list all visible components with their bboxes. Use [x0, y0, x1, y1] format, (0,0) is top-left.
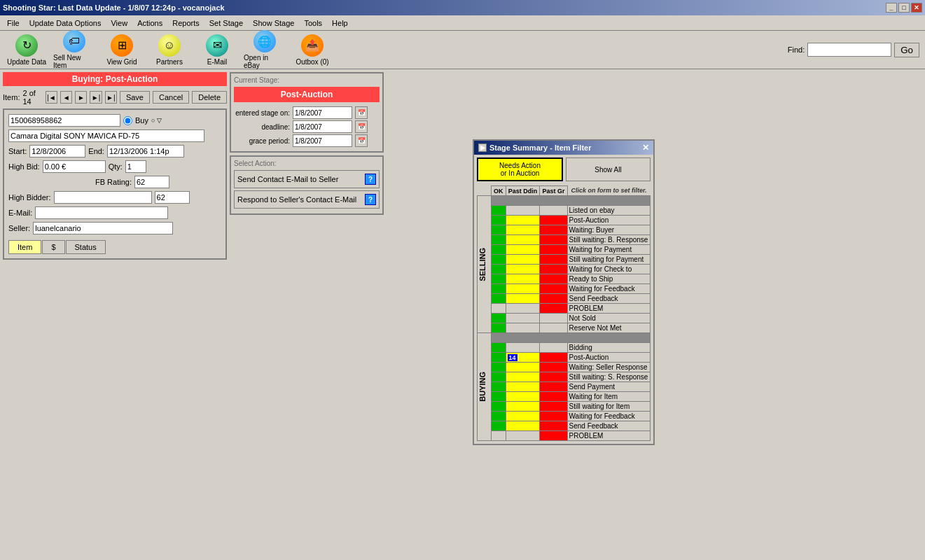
deadline-cal-button[interactable]: 📅 — [355, 120, 368, 133]
end-date-input[interactable] — [107, 145, 184, 158]
waiting-item-label[interactable]: Waiting for Item — [567, 392, 650, 402]
help-icon-1[interactable]: ? — [365, 174, 376, 185]
minimize-button[interactable]: _ — [886, 3, 897, 13]
stage-row-waiting-payment[interactable]: Waiting for Payment — [478, 245, 651, 255]
start-date-input[interactable] — [29, 145, 85, 158]
problem-sell-label[interactable]: PROBLEM — [567, 304, 650, 314]
outbox-button[interactable]: 📤 Outbox (0) — [291, 34, 333, 66]
tab-item[interactable]: Item — [8, 240, 41, 254]
stage-row-reserve-not-met[interactable]: Reserve Not Met — [478, 323, 651, 333]
buy-radio[interactable] — [123, 116, 132, 125]
stage-row-send-feedback-buy[interactable]: Send Feedback — [478, 421, 651, 431]
stage-row-send-feedback-sell[interactable]: Send Feedback — [478, 294, 651, 304]
waiting-seller-response-label[interactable]: Waiting: Seller Response — [567, 363, 650, 372]
send-payment-label[interactable]: Send Payment — [567, 382, 650, 392]
stage-row-still-waiting-s[interactable]: Still waiting: S. Response — [478, 372, 651, 382]
stage-row-listed-ebay[interactable]: Listed on ebay — [478, 206, 651, 216]
stage-row-waiting-item[interactable]: Waiting for Item — [478, 392, 651, 402]
prev-record-button[interactable]: ◄ — [60, 91, 72, 104]
delete-button[interactable]: Delete — [192, 91, 227, 104]
qty-input[interactable] — [125, 160, 146, 173]
stage-row-still-waiting-payment[interactable]: Still waiting for Payment — [478, 255, 651, 265]
waiting-feedback-sell-label[interactable]: Waiting for Feedback — [567, 284, 650, 294]
email-input[interactable] — [35, 206, 168, 219]
next-record-button[interactable]: ► — [75, 91, 87, 104]
email-button[interactable]: ✉ E-Mail — [196, 34, 238, 66]
show-all-filter-button[interactable]: Show All — [566, 158, 651, 181]
menu-update-data-options[interactable]: Update Data Options — [25, 18, 106, 29]
listed-ebay-label[interactable]: Listed on ebay — [567, 206, 650, 216]
maximize-button[interactable]: □ — [898, 3, 910, 13]
stage-row-waiting-feedback-buy[interactable]: Waiting for Feedback — [478, 412, 651, 421]
last-record-button[interactable]: ►| — [90, 91, 102, 104]
high-bidder-input[interactable] — [54, 191, 152, 204]
high-bid-input[interactable] — [43, 160, 106, 173]
stage-row-still-waiting-b[interactable]: Still waiting: B. Response — [478, 235, 651, 245]
problem-buy-label[interactable]: PROBLEM — [567, 431, 650, 441]
end-record-button[interactable]: ►| — [105, 91, 117, 104]
menu-actions[interactable]: Actions — [133, 18, 167, 29]
find-input[interactable] — [807, 43, 891, 57]
menu-view[interactable]: View — [106, 18, 132, 29]
seller-input[interactable] — [33, 222, 173, 234]
open-ebay-button[interactable]: 🌐 Open in eBay — [244, 30, 286, 69]
stage-row-post-auction-buy[interactable]: 14 Post-Auction — [478, 353, 651, 363]
close-button[interactable]: ✕ — [911, 3, 922, 13]
waiting-check-label[interactable]: Waiting for Check to — [567, 265, 650, 274]
stage-row-problem-sell[interactable]: PROBLEM — [478, 304, 651, 314]
menu-set-stage[interactable]: Set Stage — [205, 18, 247, 29]
stage-row-waiting-check[interactable]: Waiting for Check to — [478, 265, 651, 274]
post-auction-buy-label[interactable]: Post-Auction — [567, 353, 650, 363]
entered-stage-date[interactable] — [293, 106, 352, 119]
post-auction-sell-label[interactable]: Post-Auction — [567, 216, 650, 225]
grace-period-date[interactable] — [293, 134, 352, 147]
stage-row-not-sold[interactable]: Not Sold — [478, 314, 651, 323]
deadline-date[interactable] — [293, 120, 352, 133]
still-waiting-b-label[interactable]: Still waiting: B. Response — [567, 235, 650, 245]
waiting-payment-label[interactable]: Waiting for Payment — [567, 245, 650, 255]
reserve-not-met-label[interactable]: Reserve Not Met — [567, 323, 650, 333]
needs-action-filter-button[interactable]: Needs Actionor In Auction — [477, 158, 563, 181]
not-sold-label[interactable]: Not Sold — [567, 314, 650, 323]
stage-row-post-auction-sell[interactable]: Post-Auction — [478, 216, 651, 225]
ready-ship-label[interactable]: Ready to Ship — [567, 274, 650, 284]
send-feedback-buy-label[interactable]: Send Feedback — [567, 421, 650, 431]
go-button[interactable]: Go — [894, 43, 919, 57]
cancel-button[interactable]: Cancel — [153, 91, 189, 104]
waiting-feedback-buy-label[interactable]: Waiting for Feedback — [567, 412, 650, 421]
stage-row-problem-buy[interactable]: PROBLEM — [478, 431, 651, 441]
item-id-input[interactable] — [8, 114, 120, 127]
update-data-button[interactable]: ↻ Update Data — [6, 34, 48, 66]
first-record-button[interactable]: |◄ — [46, 91, 57, 104]
stage-row-ready-ship[interactable]: Ready to Ship — [478, 274, 651, 284]
fb-rating-input[interactable] — [134, 176, 169, 188]
high-bidder-extra-input[interactable] — [155, 191, 190, 204]
sell-new-item-button[interactable]: 🏷 Sell New Item — [53, 30, 95, 69]
menu-tools[interactable]: Tools — [300, 18, 326, 29]
partners-button[interactable]: ☺ Partners — [148, 34, 190, 66]
respond-seller-email-button[interactable]: Respond to Seller's Contact E-Mail ? — [234, 190, 380, 209]
still-waiting-s-label[interactable]: Still waiting: S. Response — [567, 372, 650, 382]
stage-row-waiting-seller-response[interactable]: Waiting: Seller Response — [478, 363, 651, 372]
description-input[interactable] — [8, 130, 204, 142]
still-waiting-payment-label[interactable]: Still waiting for Payment — [567, 255, 650, 265]
waiting-buyer-label[interactable]: Waiting: Buyer — [567, 225, 650, 235]
grace-period-cal-button[interactable]: 📅 — [355, 134, 368, 147]
stage-row-send-payment[interactable]: Send Payment — [478, 382, 651, 392]
menu-help[interactable]: Help — [328, 18, 352, 29]
entered-stage-cal-button[interactable]: 📅 — [355, 106, 368, 119]
tab-dollar[interactable]: $ — [42, 240, 64, 254]
menu-file[interactable]: File — [3, 18, 24, 29]
stage-panel-close[interactable]: ✕ — [642, 143, 649, 153]
menu-show-stage[interactable]: Show Stage — [249, 18, 298, 29]
tab-status[interactable]: Status — [66, 240, 106, 254]
stage-row-waiting-buyer[interactable]: Waiting: Buyer — [478, 225, 651, 235]
stage-row-waiting-feedback-sell[interactable]: Waiting for Feedback — [478, 284, 651, 294]
menu-reports[interactable]: Reports — [168, 18, 204, 29]
send-contact-email-button[interactable]: Send Contact E-Mail to Seller ? — [234, 170, 380, 188]
still-waiting-item-label[interactable]: Still waiting for Item — [567, 402, 650, 412]
help-icon-2[interactable]: ? — [365, 194, 376, 205]
stage-panel-expand[interactable]: ▶ — [478, 144, 487, 152]
view-grid-button[interactable]: ⊞ View Grid — [101, 34, 143, 66]
save-button[interactable]: Save — [120, 91, 150, 104]
